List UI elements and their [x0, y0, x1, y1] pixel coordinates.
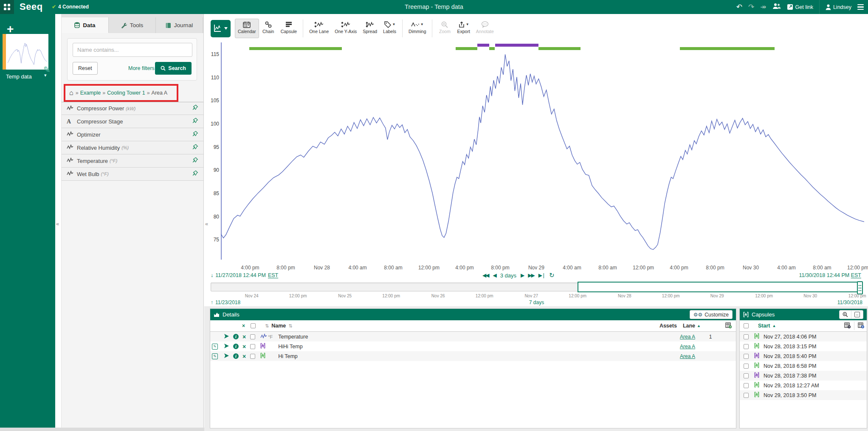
toolbar-button-labels[interactable]: ▼ Labels	[380, 19, 399, 38]
add-column-icon[interactable]	[725, 322, 732, 330]
step-back-all-icon[interactable]: ◀◀	[482, 272, 488, 278]
range-start[interactable]: ↓ 11/27/2018 12:44 PMEST	[211, 272, 278, 278]
chevron-down-icon[interactable]: ▾	[44, 73, 47, 78]
breadcrumb-example[interactable]: Example	[80, 90, 101, 96]
add-column-icon[interactable]	[858, 322, 864, 330]
breadcrumb-cooling-tower-1[interactable]: Cooling Tower 1	[107, 90, 145, 96]
worksheet-label[interactable]: Temp data	[6, 73, 32, 80]
signal-list-item[interactable]: A Compressor Stage	[62, 115, 203, 128]
search-button[interactable]: Search	[155, 62, 192, 75]
step-back-icon[interactable]: ◀	[493, 272, 496, 278]
signal-list-item[interactable]: Relative Humidity (%)	[62, 141, 203, 154]
capsule-row[interactable]: Nov 27, 2018 4:06 PM	[740, 332, 867, 341]
refresh-icon[interactable]: ↻	[549, 271, 555, 279]
users-icon[interactable]	[772, 3, 781, 11]
tab-journal[interactable]: Journal	[156, 17, 203, 33]
add-worksheet-button[interactable]: +	[7, 23, 14, 35]
view-selector-button[interactable]	[211, 20, 231, 37]
toolbar-button-one-y-axis[interactable]: One Y-Axis	[332, 19, 360, 38]
select-all-checkbox[interactable]	[251, 323, 256, 328]
home-icon[interactable]: ⌂	[69, 89, 73, 97]
pin-icon[interactable]	[192, 118, 198, 126]
capsule-row[interactable]: Nov 28, 2018 6:58 PM	[740, 361, 867, 371]
pin-icon[interactable]	[192, 131, 198, 139]
search-input[interactable]	[73, 43, 192, 57]
timeline-selection[interactable]	[578, 282, 862, 292]
undo-icon[interactable]: ↶	[736, 3, 742, 11]
capsule-row[interactable]: Nov 29, 2018 12:27 AM	[740, 381, 867, 390]
remove-icon[interactable]: ×	[242, 343, 246, 350]
signal-list-item[interactable]: Optimizer	[62, 128, 203, 141]
remove-all-icon[interactable]: ×	[242, 323, 251, 329]
row-checkbox[interactable]	[250, 334, 255, 339]
details-row[interactable]: ✎ i × Hi Temp Area A	[210, 351, 736, 361]
trend-chart[interactable]: 1151101051009590858075 4:00 pm8:00 pmNov…	[204, 39, 868, 277]
investigate-end[interactable]: 11/30/2018	[837, 299, 862, 305]
toolbar-button-spread[interactable]: Spread	[360, 19, 380, 38]
remove-icon[interactable]: ×	[242, 333, 246, 340]
user-menu[interactable]: Lindsey	[826, 4, 851, 10]
info-icon[interactable]: i	[233, 353, 239, 359]
redo-all-icon[interactable]: ↠	[760, 3, 766, 11]
capsule-checkbox[interactable]	[744, 334, 749, 339]
add-column-icon[interactable]	[844, 322, 851, 330]
start-column-label[interactable]: Start	[758, 323, 770, 329]
home-grid-button[interactable]	[0, 0, 14, 14]
details-row[interactable]: ✎ i × HiHi Temp Area A	[210, 341, 736, 351]
reset-button[interactable]: Reset	[73, 62, 98, 75]
capsule-checkbox[interactable]	[744, 393, 749, 398]
range-end[interactable]: 11/30/2018 12:44 PM EST	[799, 272, 861, 278]
capsule-row[interactable]: Nov 28, 2018 7:38 PM	[740, 371, 867, 381]
signal-list-item[interactable]: Compressor Power (kW)	[62, 102, 203, 115]
pin-icon[interactable]	[192, 104, 198, 112]
toolbar-button-calendar[interactable]: Calendar	[235, 19, 259, 38]
capsule-checkbox[interactable]	[744, 344, 749, 349]
asset-link[interactable]: Area A	[680, 334, 695, 340]
edit-icon[interactable]: ✎	[212, 353, 218, 359]
collapse-left-icon[interactable]: «	[56, 221, 59, 227]
info-icon[interactable]: i	[233, 334, 239, 339]
tab-data[interactable]: Data	[62, 17, 109, 33]
capsule-row[interactable]: Nov 28, 2018 3:15 PM	[740, 341, 867, 351]
capsule-checkbox[interactable]	[744, 373, 749, 378]
toolbar-button-capsule[interactable]: Capsule	[278, 19, 300, 38]
row-checkbox[interactable]	[250, 354, 255, 359]
signal-list-item[interactable]: Wet Bulb (°F)	[62, 168, 203, 181]
get-link-button[interactable]: Get link	[787, 4, 813, 10]
pin-icon[interactable]	[192, 144, 198, 152]
scrollbar-strip[interactable]	[0, 428, 204, 431]
edit-icon[interactable]: ✎	[212, 344, 218, 350]
capsule-checkbox[interactable]	[744, 364, 749, 369]
worksheet-thumbnail[interactable]: ✎	[6, 34, 48, 70]
collapse-panel-button[interactable]: –	[851, 311, 863, 319]
customize-button[interactable]: ⚙⚙ Customize	[690, 310, 733, 319]
capsule-row[interactable]: Nov 28, 2018 5:40 PM	[740, 351, 867, 361]
more-filters-link[interactable]: More filters ▾	[128, 65, 159, 71]
signal-list-item[interactable]: Temperature (°F)	[62, 154, 203, 168]
hamburger-menu-icon[interactable]	[857, 4, 864, 10]
step-forward-all-icon[interactable]: ▶▶	[528, 272, 534, 278]
asset-link[interactable]: Area A	[680, 353, 695, 359]
capsule-row[interactable]: Nov 29, 2018 3:50 PM	[740, 390, 867, 400]
toolbar-button-chain[interactable]: Chain	[259, 19, 278, 38]
row-checkbox[interactable]	[250, 344, 255, 349]
select-all-capsules-checkbox[interactable]	[744, 323, 749, 328]
details-row[interactable]: i × °F Temperature Area A 1	[210, 332, 736, 341]
sort-icon[interactable]: ⇅	[265, 323, 269, 329]
name-column-label[interactable]: Name	[271, 323, 286, 329]
toolbar-button-export[interactable]: ▼ Export	[454, 19, 473, 38]
zoom-capsule-icon[interactable]	[840, 311, 851, 319]
redo-icon[interactable]: ↷	[748, 3, 754, 11]
duration-label[interactable]: 3 days	[500, 272, 516, 279]
capsule-checkbox[interactable]	[744, 383, 749, 388]
step-forward-icon[interactable]: ▶	[521, 272, 524, 278]
sort-icon[interactable]: ⇅	[288, 323, 292, 329]
step-to-end-icon[interactable]: ▶❘	[538, 272, 545, 278]
toolbar-button-one-lane[interactable]: One Lane	[306, 19, 332, 38]
connection-status[interactable]: ✔ 4 Connected	[52, 4, 89, 10]
navigate-icon[interactable]	[224, 353, 229, 360]
asset-link[interactable]: Area A	[680, 344, 695, 350]
toolbar-button-dimming[interactable]: ▼ Dimming	[406, 19, 429, 38]
navigate-icon[interactable]	[224, 343, 229, 350]
investigate-duration[interactable]: 7 days	[211, 299, 862, 305]
